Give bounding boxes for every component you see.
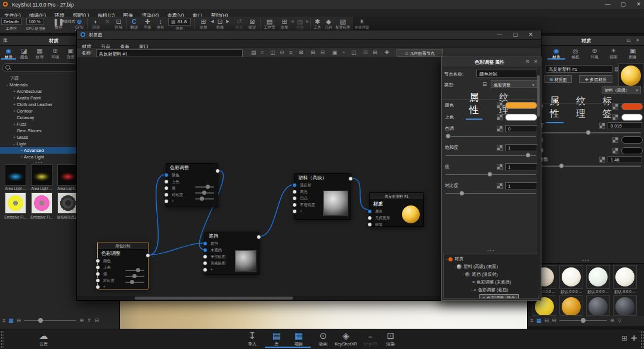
project-subtab-properties[interactable]: 属性 [546,95,564,123]
graph-maximize-button[interactable]: ▢ [510,30,521,39]
input-port-dot[interactable] [203,248,208,253]
library-tree-item[interactable]: Cutaway [0,114,76,121]
library-tree-item[interactable]: 下载 [0,75,76,82]
thumbnail-size-slider[interactable] [24,320,76,321]
camera-add-button[interactable]: ⊞添加 [197,18,210,30]
studio-add-button[interactable]: ⊞添加 [278,18,291,30]
screenshot-icon[interactable]: ▣ [332,49,338,55]
tumble-button[interactable]: C翻滚 [128,18,141,30]
texture-map-icon[interactable] [612,148,618,154]
input-port-dot[interactable] [95,278,100,283]
light-transmission-swatch[interactable] [621,147,643,154]
material-type-select[interactable]: 塑料（高级）▾ [602,86,641,94]
input-port-dot[interactable] [164,179,169,184]
tree-row-adjust-unoccluded[interactable]: ≡色彩调整 (未遮挡) [471,279,511,286]
scene-material-thumb[interactable] [562,297,581,316]
tools-button[interactable]: ✱工具 [311,18,323,30]
graph-minimize-button[interactable]: — [494,30,505,39]
props-header[interactable]: 色彩调整 属性 ⊡ ✕ [442,57,541,67]
drag-handle[interactable] [1,331,4,348]
roughness-value[interactable]: 0.015 [608,122,642,129]
tree-view-icon[interactable]: ⊟ [544,317,549,323]
splitter-dots[interactable]: ••• [442,249,541,254]
zoom-out-icon[interactable]: ⊖ [17,317,21,323]
upload-icon[interactable]: ⇧ [87,317,92,323]
input-port-dot[interactable] [203,261,208,266]
search-node-icon[interactable]: ○ [261,49,264,55]
scene-material-thumb[interactable] [589,297,608,316]
presentation-mode-icon[interactable]: ⊞ [621,334,627,342]
scene-material-thumb[interactable] [562,267,581,286]
library-search-input[interactable] [2,63,78,72]
camera-lock-button[interactable]: ⊠锁定 [246,18,259,30]
library-tree-item[interactable]: Gem Stones [0,127,76,134]
texture-map-icon[interactable] [497,183,503,189]
focus-node-icon[interactable]: ⊙ [280,49,284,55]
hue-slider[interactable] [445,136,536,137]
delete-node-icon[interactable]: ⊟ [482,81,487,87]
material-name-input[interactable]: 高反射塑料 #1 [546,65,612,73]
list-view-icon[interactable]: ≡ [2,317,5,323]
dock-render[interactable]: ⊡渲染 [379,331,402,347]
input-port-dot[interactable] [203,267,208,272]
camera-next-button[interactable]: ▶ [225,18,230,25]
output-port-dot[interactable] [256,235,261,239]
scene-material-thumb[interactable] [589,267,608,286]
texture-map-icon[interactable] [497,164,503,170]
dock-project[interactable]: ▦项目 [287,331,311,347]
node-material-root[interactable]: 高反射塑料 #1 材质 表面几何图形标签 [369,192,424,227]
material-thumbnail[interactable] [31,192,52,214]
geometry-button[interactable]: ◆几何 [323,18,335,30]
dolly-button[interactable]: ↕推拉 [154,18,167,30]
tree-row-occlusion[interactable]: -遮挡 (漫反射) [463,271,498,278]
node-name-input[interactable]: 颜色控制 [476,70,537,77]
align-nodes-icon[interactable]: ≡ [289,49,292,55]
tree-expander[interactable]: + [12,134,17,141]
node-occlusion[interactable]: 遮挡 遮挡未遮挡半径贴图衰减贴图+ [205,232,259,275]
materials-list-icon[interactable]: ◫ [351,49,357,55]
material-preview-tile[interactable] [618,63,643,88]
tree-expander[interactable]: + [12,88,17,95]
input-port-dot[interactable] [367,209,372,214]
fov-field[interactable]: ▦81.8 [168,18,191,26]
copy-icon[interactable]: ⊞ [311,49,315,55]
graph-titlebar[interactable]: 材质图 — ▢ ✕ [77,30,541,40]
minimize-button[interactable]: — [602,1,613,7]
close-panel-icon[interactable]: ✕ [534,59,538,64]
library-tree-item[interactable]: -Light [0,141,76,147]
input-port-dot[interactable] [95,285,100,289]
texture-map-icon[interactable] [612,104,618,110]
delete-icon[interactable]: ⊟ [320,49,325,55]
thumbnail-size-slider[interactable] [559,320,607,321]
library-tree-item[interactable]: +Architectural [0,88,76,95]
library-tab-textures[interactable]: ▦纹理 [32,47,47,60]
texture-map-icon[interactable] [612,114,618,120]
library-tree-item[interactable]: -Materials [0,82,76,88]
node-color-adjust-unoccluded[interactable]: 色彩调整 颜色上色值对比度+ [166,163,218,207]
material-thumbnail[interactable] [57,164,79,186]
studio-button[interactable]: ▤工作室 [261,18,278,30]
library-tree-item[interactable]: +Cloth and Leather [0,101,76,108]
tree-expander[interactable]: + [12,95,17,101]
value-slider[interactable] [445,174,536,175]
props-scrollbar[interactable] [537,69,540,295]
studio-next-button[interactable]: ▶ [305,18,310,25]
light-manager-button[interactable]: ☀光管理器 [352,18,372,30]
tree-row-adjust-occluded[interactable]: -≡色彩调整 (遮挡) [471,286,508,294]
input-port-dot[interactable] [164,173,169,177]
node-port-row[interactable]: 遮挡 [205,240,259,247]
configurator-button[interactable]: ▧配置程序 [334,18,352,30]
graph-close-button[interactable]: ✕ [525,30,536,39]
camera-reset-button[interactable]: ↺重置 [233,18,246,30]
group-icon[interactable]: ◔ [342,49,345,55]
scene-material-thumb[interactable] [615,267,634,286]
material-graph-button[interactable]: ⊞ 材质图 [544,75,572,83]
close-button[interactable]: ✕ [633,1,644,7]
node-color-control[interactable]: 颜色控制 色彩调整 颜色上色值对比度+ [97,242,148,289]
input-port-dot[interactable] [292,183,297,188]
library-tree-item[interactable]: +Fuzz [0,121,76,127]
zoom-in-icon[interactable]: ⊕ [79,317,84,323]
input-port-dot[interactable] [292,202,297,207]
project-tab-camera[interactable]: ◎相机 [566,47,584,60]
camera-switch-button[interactable]: ⊡切换 [213,18,227,30]
